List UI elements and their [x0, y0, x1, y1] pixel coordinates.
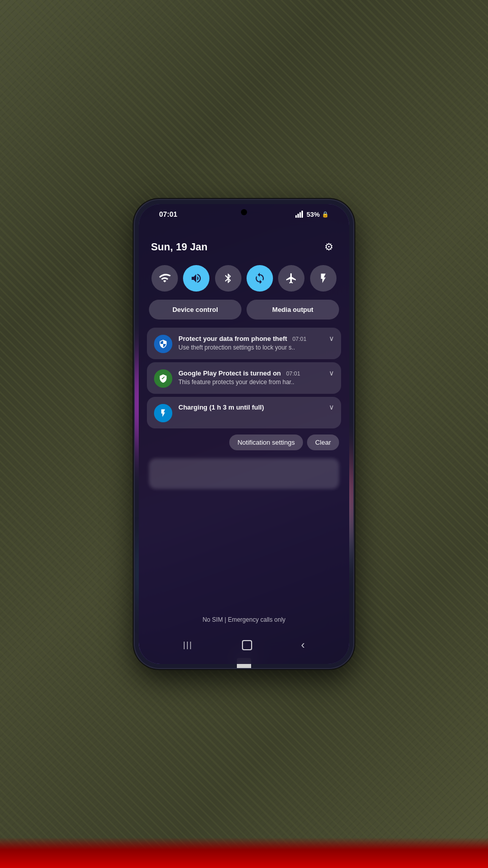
- clear-button[interactable]: Clear: [307, 435, 339, 450]
- date-text: Sun, 19 Jan: [151, 241, 207, 253]
- play-protect-notification-content: Google Play Protect is turned on 07:01 ∨…: [178, 368, 334, 386]
- date-row: Sun, 19 Jan ⚙: [147, 220, 341, 261]
- blurred-widget: [149, 458, 339, 489]
- signal-icon: [295, 211, 303, 218]
- notification-panel: 07:01 53% 🔒 Sun, 19 Jan: [139, 204, 349, 664]
- control-row: Device control Media output: [147, 300, 341, 328]
- theft-notification-chevron: ∨: [329, 334, 334, 342]
- notification-action-row: Notification settings Clear: [147, 430, 341, 456]
- charging-notification-content: Charging (1 h 3 m until full) ∨: [178, 403, 334, 411]
- play-protect-notification-title-group: Google Play Protect is turned on 07:01: [178, 368, 300, 378]
- theft-notification-time: 07:01: [292, 336, 307, 342]
- recent-apps-button[interactable]: |||: [183, 641, 192, 650]
- play-protect-notification-time: 07:01: [286, 370, 300, 377]
- theft-notification-icon: [154, 335, 172, 353]
- charging-notification-title-row: Charging (1 h 3 m until full) ∨: [178, 403, 334, 411]
- charging-notification-icon: [154, 404, 172, 422]
- notifications-list: Protect your data from phone theft 07:01…: [147, 328, 341, 430]
- play-protect-notification-body: This feature protects your device from h…: [178, 379, 334, 386]
- battery-text: 53%: [307, 211, 320, 218]
- bottom-status-text: No SIM | Emergency calls only: [139, 616, 349, 623]
- data-toggle[interactable]: [247, 265, 273, 292]
- battery-charging-icon: 🔒: [322, 211, 329, 218]
- phone-screen: 07:01 53% 🔒 Sun, 19 Jan: [139, 204, 349, 664]
- notification-settings-button[interactable]: Notification settings: [229, 435, 303, 450]
- play-protect-notification-icon: [154, 369, 172, 388]
- play-protect-notification-title-row: Google Play Protect is turned on 07:01 ∨: [178, 368, 334, 378]
- phone-device: 07:01 53% 🔒 Sun, 19 Jan: [135, 200, 353, 668]
- theft-notification-title-row: Protect your data from phone theft 07:01…: [178, 334, 334, 343]
- bluetooth-toggle[interactable]: [215, 265, 241, 292]
- media-output-button[interactable]: Media output: [247, 300, 339, 320]
- theft-notification-title: Protect your data from phone theft: [178, 335, 287, 342]
- svg-rect-0: [242, 641, 252, 650]
- notification-play-protect[interactable]: Google Play Protect is turned on 07:01 ∨…: [147, 362, 341, 394]
- navigation-bar: ||| ‹: [139, 639, 349, 652]
- camera-cutout: [241, 209, 247, 215]
- charging-notification-chevron: ∨: [329, 403, 334, 411]
- sound-toggle[interactable]: [183, 265, 209, 292]
- device-control-button[interactable]: Device control: [149, 300, 241, 320]
- charging-notification-title: Charging (1 h 3 m until full): [178, 403, 264, 411]
- theft-notification-title-group: Protect your data from phone theft 07:01: [178, 334, 307, 343]
- play-protect-notification-title: Google Play Protect is turned on: [178, 369, 281, 377]
- airplane-toggle[interactable]: [278, 265, 304, 292]
- red-cable: [0, 837, 488, 868]
- back-button[interactable]: ‹: [301, 639, 304, 652]
- theft-notification-content: Protect your data from phone theft 07:01…: [178, 334, 334, 351]
- play-protect-notification-chevron: ∨: [329, 369, 334, 377]
- status-time: 07:01: [159, 210, 177, 218]
- notification-charging[interactable]: Charging (1 h 3 m until full) ∨: [147, 397, 341, 428]
- home-button[interactable]: [241, 639, 253, 651]
- status-icons: 53% 🔒: [295, 211, 329, 218]
- wifi-toggle[interactable]: [151, 265, 178, 292]
- quick-settings: [147, 261, 341, 300]
- flashlight-toggle[interactable]: [310, 265, 337, 292]
- settings-button[interactable]: ⚙: [321, 239, 337, 255]
- theft-notification-body: Use theft protection settings to lock yo…: [178, 344, 334, 351]
- notification-theft[interactable]: Protect your data from phone theft 07:01…: [147, 328, 341, 359]
